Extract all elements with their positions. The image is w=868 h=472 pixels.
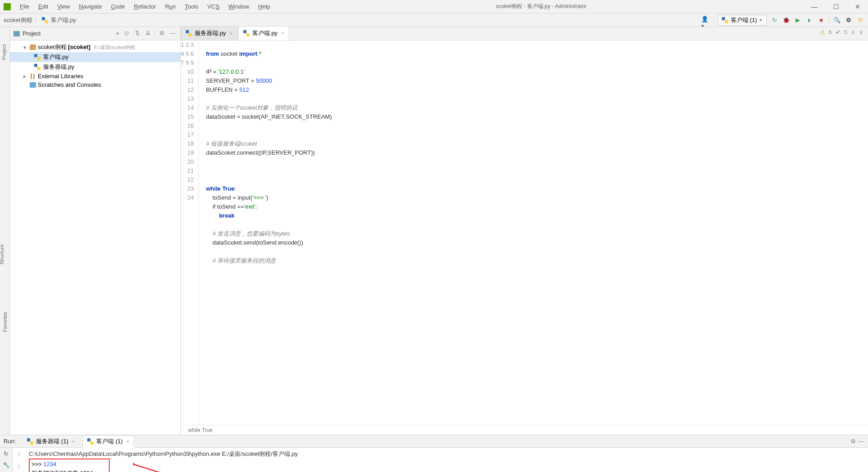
python-file-icon [34,64,40,70]
run-tab-server[interactable]: 服务器端 (1) × [22,435,80,448]
menu-file[interactable]: File [15,1,34,12]
tab-label: 客户端.py [252,29,277,37]
close-button[interactable]: ✕ [851,3,864,10]
chevron-up-icon[interactable]: ∧ [851,29,855,36]
python-run-icon [722,17,728,23]
menu-refactor[interactable]: Refactor [130,1,161,12]
main-content: Project Structure Favorites Project ▼ ⊙ … [0,27,868,435]
menu-help[interactable]: Help [254,1,275,12]
menu-code[interactable]: Code [107,1,130,12]
breadcrumb-root[interactable]: scoket例程 [4,16,32,24]
run-tool-window: Run: 服务器端 (1) × 客户端 (1) × ⚙ — ↻ 🔧 ■ ⊞ 📌 … [0,435,868,472]
run-toolstrip-1: ↻ 🔧 ■ ⊞ 📌 🗑 [0,448,13,472]
hide-run-icon[interactable]: — [859,438,864,445]
menu-edit[interactable]: Edit [34,1,53,12]
expand-all-icon[interactable]: ⇅ [133,30,141,38]
console-cmd: C:\Users\Chenhao\AppData\Local\Programs\… [29,450,864,459]
down-stack-icon[interactable]: ↓ [18,462,21,469]
code-editor[interactable]: 1 2 3 4 5 6 7 8 9 10 11 12 13 14 15 16 1… [181,40,868,425]
breadcrumb: scoket例程 〉 客户端.py [4,16,76,24]
code-breadcrumb[interactable]: while True [181,425,868,435]
project-view-chevron-icon[interactable]: ▼ [116,31,120,36]
run-button[interactable]: ↻ [770,16,779,24]
ide-features-icon[interactable]: ⟳ [856,16,864,24]
scratches-label: Scratches and Consoles [38,81,101,88]
close-tab-icon[interactable]: × [126,439,129,444]
menu-tools[interactable]: Tools [180,1,203,12]
favorites-tool-tab[interactable]: Favorites [2,312,8,332]
collapse-all-icon[interactable]: ⇊ [144,30,152,38]
tab-server[interactable]: 服务器端.py × [181,26,237,40]
inspection-widget[interactable]: ⚠6 ✔5 ∧ ∨ [820,29,864,36]
project-tool-tab[interactable]: Project [1,45,7,60]
project-panel: Project ▼ ⊙ ⇅ ⇊ ⚙ — ▾ scoket例程 [scoket] … [10,27,181,435]
run-config-selector[interactable]: 客户端 (1) ▼ [718,15,767,26]
rerun-button[interactable]: ↻ [4,450,9,457]
project-settings-icon[interactable]: ⚙ [158,30,166,38]
run-body: ↻ 🔧 ■ ⊞ 📌 🗑 ↑ ↓ ↲ ⤓ 🖨 C:\Users\Chenhao\A… [0,448,868,472]
close-tab-icon[interactable]: × [229,31,232,36]
tab-client[interactable]: 客户端.py × [238,26,289,40]
breadcrumb-file[interactable]: 客户端.py [51,16,76,24]
console-line: 服务端收到的信息:1234 [31,469,107,472]
tree-file-label: 客户端.py [43,53,68,61]
project-title: Project [22,30,113,37]
run-tabs-bar: Run: 服务器端 (1) × 客户端 (1) × ⚙ — [0,435,868,448]
caret-down-icon: ▾ [23,44,28,51]
run-tab-label: 服务器端 (1) [36,437,68,445]
menu-vcs[interactable]: VCS [203,1,224,12]
window-title: scoket例程 - 客户端.py - Administrator [275,3,808,10]
svg-line-1 [135,465,228,472]
extlibs-label: External Libraries [38,73,83,80]
tab-label: 服务器端.py [195,29,226,37]
python-file-icon [186,30,192,36]
profile-button[interactable]: ⏵ [805,16,814,24]
console-output[interactable]: C:\Users\Chenhao\AppData\Local\Programs\… [25,448,868,472]
tree-root[interactable]: ▾ scoket例程 [scoket] E:\桌面\scoket例程 [10,42,180,52]
menu-navigate[interactable]: Navigate [74,1,106,12]
menu-view[interactable]: View [53,1,74,12]
tree-file-client[interactable]: 客户端.py [10,52,180,62]
close-tab-icon[interactable]: × [281,31,284,36]
settings-button[interactable]: ⚙ [845,16,853,24]
tree-scratches[interactable]: Scratches and Consoles [10,80,180,89]
tree-file-label: 服务器端.py [43,63,74,71]
run-coverage-button[interactable]: ▶ [794,16,802,24]
python-run-icon [87,438,94,445]
debug-button[interactable]: 🐞 [782,16,790,24]
project-tree: ▾ scoket例程 [scoket] E:\桌面\scoket例程 客户端.p… [10,40,180,91]
run-tab-client[interactable]: 客户端 (1) × [82,435,134,448]
structure-tool-tab[interactable]: Structure [0,245,4,265]
run-tab-label: 客户端 (1) [96,437,123,445]
close-tab-icon[interactable]: × [72,439,75,444]
search-button[interactable]: 🔍 [833,16,841,24]
folder-icon [13,31,20,36]
select-opened-file-icon[interactable]: ⊙ [122,30,130,38]
user-icon[interactable]: 👤▾ [701,16,710,25]
code-text[interactable]: from socket import * IP = '127.0.0.1' SE… [199,40,868,425]
editor-tabs: 服务器端.py × 客户端.py × [181,27,868,40]
chevron-down-icon[interactable]: ∨ [859,29,864,36]
stop-button[interactable]: ■ [817,16,825,24]
menu-window[interactable]: Window [224,1,254,12]
maximize-button[interactable]: ☐ [829,3,843,10]
menu-run[interactable]: Run [161,1,180,12]
edit-config-icon[interactable]: 🔧 [3,462,10,468]
python-file-icon [243,30,250,36]
run-settings-icon[interactable]: ⚙ [850,438,856,445]
tree-file-server[interactable]: 服务器端.py [10,62,180,72]
check-icon: ✔ [836,29,841,36]
minimize-button[interactable]: — [808,3,821,10]
up-stack-icon[interactable]: ↑ [18,450,21,458]
root-path: E:\桌面\scoket例程 [94,44,135,51]
python-run-icon [27,438,33,445]
tree-external-libs[interactable]: ▸ External Libraries [10,72,180,80]
directory-icon [30,45,36,50]
app-icon [4,3,11,10]
navigation-bar: scoket例程 〉 客户端.py 👤▾ 客户端 (1) ▼ ↻ 🐞 ▶ ⏵ ■… [0,13,868,27]
caret-right-icon: ▸ [23,73,28,80]
scratch-icon [30,82,36,88]
hide-panel-icon[interactable]: — [169,30,177,38]
title-bar: File Edit View Navigate Code Refactor Ru… [0,0,868,13]
run-toolstrip-2: ↑ ↓ ↲ ⤓ 🖨 [13,448,25,472]
